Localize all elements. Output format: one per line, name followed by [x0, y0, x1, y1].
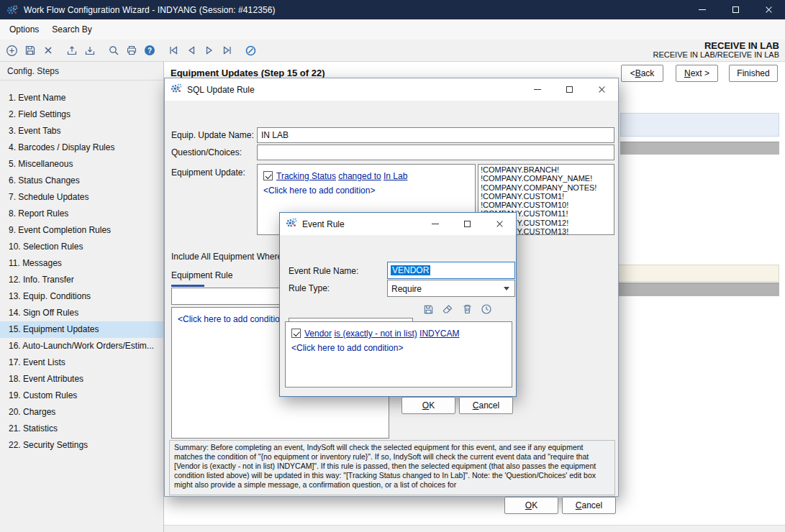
tab-equipment-rule[interactable]: Equipment Rule: [171, 270, 232, 280]
dialog-titlebar: SQL Update Rule: [165, 78, 618, 101]
dialog-controls: [419, 213, 516, 235]
next-record-icon: [204, 45, 215, 56]
rule-value-link[interactable]: In Lab: [384, 171, 407, 181]
history-button[interactable]: [480, 303, 493, 316]
rule-operator-link[interactable]: is (exactly - not in list): [334, 329, 417, 339]
minimize-button[interactable]: [686, 0, 719, 19]
menu-item[interactable]: Options: [3, 21, 45, 38]
first-record-button[interactable]: [164, 42, 182, 60]
rule-value-link[interactable]: INDYCAM: [419, 329, 459, 339]
rule-checkbox[interactable]: [263, 171, 273, 180]
dialog-minimize-button[interactable]: [419, 213, 451, 235]
dialog-close-button[interactable]: [484, 213, 516, 235]
sidebar-item[interactable]: 12. Info. Transfer: [0, 272, 163, 288]
close-button[interactable]: [752, 0, 785, 19]
search-icon: [108, 45, 119, 56]
eraser-button[interactable]: [441, 303, 454, 316]
ok-button[interactable]: OK: [504, 497, 558, 514]
sidebar-item[interactable]: 20. Charges: [0, 404, 163, 421]
rule-field-link[interactable]: Vendor: [304, 329, 332, 339]
sidebar-item[interactable]: 10. Selection Rules: [0, 239, 163, 255]
hidden-grid-header: [620, 142, 779, 155]
token-item[interactable]: !COMPANY.COMPANY_NOTES!: [481, 183, 612, 192]
add-condition-link[interactable]: <Click here to add condition>: [263, 183, 469, 198]
print-button[interactable]: [122, 42, 140, 60]
sidebar-item-label: 3. Event Tabs: [9, 126, 61, 136]
dialog-close-button[interactable]: [586, 78, 618, 101]
sidebar-item-label: 10. Selection Rules: [9, 242, 83, 252]
update-name-input[interactable]: IN LAB: [257, 127, 614, 143]
back-button[interactable]: < Back: [621, 65, 663, 82]
sidebar-item[interactable]: 17. Event Lists: [0, 354, 163, 371]
help-icon: ?: [144, 45, 155, 56]
token-item[interactable]: !COMPANY.COMPANY_NAME!: [481, 174, 612, 183]
titlebar: Work Flow Configuration Wizard - INDYANG…: [0, 0, 785, 19]
ok-button[interactable]: OK: [401, 397, 455, 414]
sidebar-item[interactable]: 18. Event Attributes: [0, 371, 163, 387]
sidebar-item-label: 15. Equipment Updates: [9, 324, 99, 334]
add-button[interactable]: [3, 42, 21, 60]
quick-link-button[interactable]: [242, 42, 260, 60]
rule-type-dropdown[interactable]: Require: [387, 280, 515, 297]
finished-button[interactable]: Finished: [729, 65, 778, 82]
help-button[interactable]: ?: [140, 42, 158, 60]
maximize-icon: [732, 6, 739, 13]
maximize-button[interactable]: [719, 0, 752, 19]
event-rule-name-input[interactable]: VENDOR: [387, 262, 515, 279]
sidebar-item[interactable]: 2. Field Settings: [0, 106, 163, 123]
sidebar-item[interactable]: 9. Event Completion Rules: [0, 222, 163, 239]
add-condition-link[interactable]: <Click here to add condition>: [291, 341, 506, 355]
maximize-icon: [566, 86, 573, 93]
cancel-button[interactable]: Cancel: [562, 497, 616, 514]
sidebar-item[interactable]: 19. Custom Rules: [0, 387, 163, 404]
delete-rule-button[interactable]: [460, 303, 473, 316]
hidden-grid-row: [617, 265, 779, 282]
export-button[interactable]: [63, 42, 81, 60]
sidebar-item[interactable]: 8. Report Rules: [0, 206, 163, 222]
previous-record-button[interactable]: [182, 42, 200, 60]
sidebar-item[interactable]: 3. Event Tabs: [0, 123, 163, 139]
dialog-minimize-button[interactable]: [521, 78, 553, 101]
window-title: Work Flow Configuration Wizard - INDYANG…: [24, 5, 276, 15]
sidebar-item[interactable]: 11. Messages: [0, 255, 163, 272]
menu-item[interactable]: Search By: [45, 21, 98, 38]
last-record-button[interactable]: [218, 42, 236, 60]
question-choices-input[interactable]: [257, 145, 614, 160]
sidebar-item[interactable]: 14. Sign Off Rules: [0, 305, 163, 321]
next-record-button[interactable]: [200, 42, 218, 60]
rule-operator-link[interactable]: changed to: [338, 171, 381, 181]
save-rule-button[interactable]: [422, 303, 435, 316]
search-button[interactable]: [104, 42, 122, 60]
rule-field-link[interactable]: Tracking Status: [276, 171, 336, 181]
token-item[interactable]: !COMPANY.BRANCH!: [481, 165, 612, 174]
sidebar-item[interactable]: 13. Equip. Conditions: [0, 288, 163, 305]
next-button[interactable]: Next >: [676, 65, 718, 82]
sidebar-item[interactable]: 15. Equipment Updates: [0, 321, 163, 338]
dialog-maximize-button[interactable]: [553, 78, 586, 101]
cancel-button[interactable]: Cancel: [459, 397, 513, 414]
sidebar-item-label: 7. Schedule Updates: [9, 192, 89, 202]
hidden-grid-header: [617, 283, 779, 296]
sidebar-item[interactable]: 1. Event Name: [0, 90, 163, 106]
save-button[interactable]: [21, 42, 39, 60]
first-record-icon: [168, 45, 179, 56]
save-icon: [24, 45, 36, 56]
sidebar-item[interactable]: 5. Miscellaneous: [0, 156, 163, 173]
sidebar-item[interactable]: 22. Security Settings: [0, 437, 163, 454]
last-record-icon: [222, 45, 233, 56]
sidebar-item-label: 9. Event Completion Rules: [9, 225, 111, 235]
add-icon: [6, 45, 18, 57]
sidebar-item[interactable]: 7. Schedule Updates: [0, 189, 163, 206]
sidebar-item[interactable]: 16. Auto-Launch/Work Orders/Estim...: [0, 338, 163, 354]
delete-button[interactable]: [39, 42, 57, 60]
dialog-title: Event Rule: [302, 219, 345, 229]
token-item[interactable]: !COMPANY.CUSTOM10!: [481, 201, 612, 209]
sidebar-item[interactable]: 4. Barcodes / Display Rules: [0, 139, 163, 156]
rule-checkbox[interactable]: [291, 329, 301, 338]
dialog-maximize-button[interactable]: [451, 213, 484, 235]
import-button[interactable]: [81, 42, 99, 60]
token-item[interactable]: !COMPANY.CUSTOM1!: [481, 192, 612, 201]
trash-icon: [462, 303, 473, 315]
sidebar-item[interactable]: 6. Status Changes: [0, 173, 163, 189]
sidebar-item[interactable]: 21. Statistics: [0, 421, 163, 437]
